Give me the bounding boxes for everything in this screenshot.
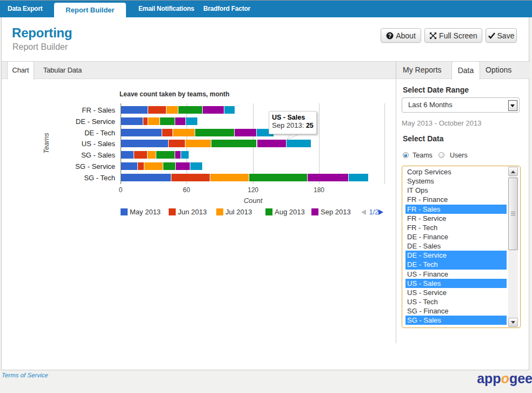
svg-text:?: ? [388, 32, 391, 38]
